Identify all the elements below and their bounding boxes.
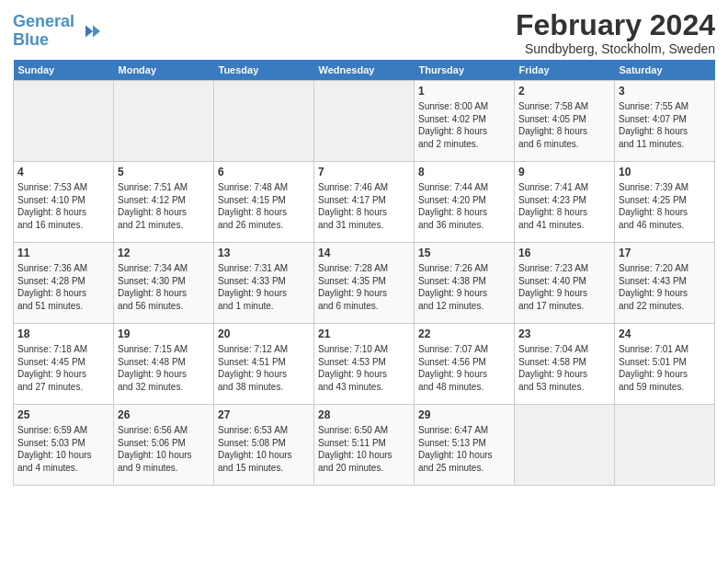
day-number: 5 [118, 165, 210, 179]
day-number: 18 [17, 327, 109, 341]
day-cell: 15Sunrise: 7:26 AM Sunset: 4:38 PM Dayli… [415, 243, 515, 324]
day-cell: 26Sunrise: 6:56 AM Sunset: 5:06 PM Dayli… [114, 405, 214, 486]
day-number: 22 [418, 327, 510, 341]
day-number: 15 [418, 246, 510, 260]
day-content: Sunrise: 7:41 AM Sunset: 4:23 PM Dayligh… [518, 181, 610, 231]
day-number: 9 [518, 165, 610, 179]
day-content: Sunrise: 7:26 AM Sunset: 4:38 PM Dayligh… [418, 262, 510, 312]
day-number: 29 [418, 408, 510, 422]
day-number: 1 [418, 84, 510, 98]
day-content: Sunrise: 6:59 AM Sunset: 5:03 PM Dayligh… [17, 424, 109, 474]
day-number: 11 [17, 246, 109, 260]
day-cell [14, 81, 114, 162]
day-content: Sunrise: 7:46 AM Sunset: 4:17 PM Dayligh… [318, 181, 410, 231]
day-number: 25 [17, 408, 109, 422]
day-number: 16 [518, 246, 610, 260]
day-cell: 27Sunrise: 6:53 AM Sunset: 5:08 PM Dayli… [214, 405, 314, 486]
day-number: 28 [318, 408, 410, 422]
day-content: Sunrise: 7:12 AM Sunset: 4:51 PM Dayligh… [218, 343, 310, 393]
day-content: Sunrise: 7:55 AM Sunset: 4:07 PM Dayligh… [619, 100, 711, 150]
logo-blue: Blue [13, 30, 49, 49]
day-cell: 21Sunrise: 7:10 AM Sunset: 4:53 PM Dayli… [314, 324, 415, 405]
day-number: 23 [518, 327, 610, 341]
calendar-body: 1Sunrise: 8:00 AM Sunset: 4:02 PM Daylig… [14, 81, 715, 486]
day-number: 8 [418, 165, 510, 179]
day-content: Sunrise: 7:20 AM Sunset: 4:43 PM Dayligh… [619, 262, 711, 312]
day-number: 4 [17, 165, 109, 179]
day-content: Sunrise: 6:50 AM Sunset: 5:11 PM Dayligh… [318, 424, 410, 474]
day-cell: 8Sunrise: 7:44 AM Sunset: 4:20 PM Daylig… [415, 162, 515, 243]
day-content: Sunrise: 6:56 AM Sunset: 5:06 PM Dayligh… [118, 424, 210, 474]
week-row-5: 25Sunrise: 6:59 AM Sunset: 5:03 PM Dayli… [14, 405, 715, 486]
day-content: Sunrise: 7:07 AM Sunset: 4:56 PM Dayligh… [418, 343, 510, 393]
day-cell: 2Sunrise: 7:58 AM Sunset: 4:05 PM Daylig… [515, 81, 615, 162]
day-cell [114, 81, 214, 162]
day-content: Sunrise: 7:48 AM Sunset: 4:15 PM Dayligh… [218, 181, 310, 231]
header: General Blue February 2024 Sundbyberg, S… [13, 9, 715, 56]
col-monday: Monday [114, 60, 214, 81]
day-content: Sunrise: 7:31 AM Sunset: 4:33 PM Dayligh… [218, 262, 310, 312]
day-cell: 4Sunrise: 7:53 AM Sunset: 4:10 PM Daylig… [14, 162, 114, 243]
day-number: 21 [318, 327, 410, 341]
day-cell: 16Sunrise: 7:23 AM Sunset: 4:40 PM Dayli… [515, 243, 615, 324]
day-content: Sunrise: 7:44 AM Sunset: 4:20 PM Dayligh… [418, 181, 510, 231]
day-cell: 11Sunrise: 7:36 AM Sunset: 4:28 PM Dayli… [14, 243, 114, 324]
day-cell: 28Sunrise: 6:50 AM Sunset: 5:11 PM Dayli… [314, 405, 415, 486]
day-cell [515, 405, 615, 486]
day-cell [214, 81, 314, 162]
day-content: Sunrise: 7:04 AM Sunset: 4:58 PM Dayligh… [518, 343, 610, 393]
week-row-2: 4Sunrise: 7:53 AM Sunset: 4:10 PM Daylig… [14, 162, 715, 243]
day-content: Sunrise: 7:36 AM Sunset: 4:28 PM Dayligh… [17, 262, 109, 312]
logo-general: General [13, 12, 74, 30]
day-content: Sunrise: 7:51 AM Sunset: 4:12 PM Dayligh… [118, 181, 210, 231]
col-friday: Friday [515, 60, 615, 81]
day-number: 2 [518, 84, 610, 98]
subtitle: Sundbyberg, Stockholm, Sweden [516, 41, 715, 56]
day-cell: 1Sunrise: 8:00 AM Sunset: 4:02 PM Daylig… [415, 81, 515, 162]
day-cell: 3Sunrise: 7:55 AM Sunset: 4:07 PM Daylig… [615, 81, 715, 162]
day-number: 7 [318, 165, 410, 179]
day-number: 14 [318, 246, 410, 260]
week-row-3: 11Sunrise: 7:36 AM Sunset: 4:28 PM Dayli… [14, 243, 715, 324]
day-number: 13 [218, 246, 310, 260]
day-cell: 23Sunrise: 7:04 AM Sunset: 4:58 PM Dayli… [515, 324, 615, 405]
calendar-table: Sunday Monday Tuesday Wednesday Thursday… [13, 60, 715, 486]
day-content: Sunrise: 7:53 AM Sunset: 4:10 PM Dayligh… [17, 181, 109, 231]
day-content: Sunrise: 8:00 AM Sunset: 4:02 PM Dayligh… [418, 100, 510, 150]
day-cell: 5Sunrise: 7:51 AM Sunset: 4:12 PM Daylig… [114, 162, 214, 243]
day-cell [615, 405, 715, 486]
day-cell: 22Sunrise: 7:07 AM Sunset: 4:56 PM Dayli… [415, 324, 515, 405]
col-saturday: Saturday [615, 60, 715, 81]
day-cell: 14Sunrise: 7:28 AM Sunset: 4:35 PM Dayli… [314, 243, 415, 324]
day-number: 17 [619, 246, 711, 260]
col-wednesday: Wednesday [314, 60, 415, 81]
day-content: Sunrise: 7:23 AM Sunset: 4:40 PM Dayligh… [518, 262, 610, 312]
calendar-container: General Blue February 2024 Sundbyberg, S… [0, 0, 728, 491]
week-row-4: 18Sunrise: 7:18 AM Sunset: 4:45 PM Dayli… [14, 324, 715, 405]
day-content: Sunrise: 7:15 AM Sunset: 4:48 PM Dayligh… [118, 343, 210, 393]
logo-text: General Blue [13, 13, 74, 50]
day-number: 12 [118, 246, 210, 260]
day-number: 26 [118, 408, 210, 422]
col-tuesday: Tuesday [214, 60, 314, 81]
day-cell: 18Sunrise: 7:18 AM Sunset: 4:45 PM Dayli… [14, 324, 114, 405]
day-cell: 20Sunrise: 7:12 AM Sunset: 4:51 PM Dayli… [214, 324, 314, 405]
week-row-1: 1Sunrise: 8:00 AM Sunset: 4:02 PM Daylig… [14, 81, 715, 162]
logo-icon [78, 20, 100, 42]
day-content: Sunrise: 6:47 AM Sunset: 5:13 PM Dayligh… [418, 424, 510, 474]
day-cell: 13Sunrise: 7:31 AM Sunset: 4:33 PM Dayli… [214, 243, 314, 324]
day-content: Sunrise: 6:53 AM Sunset: 5:08 PM Dayligh… [218, 424, 310, 474]
day-number: 3 [619, 84, 711, 98]
day-content: Sunrise: 7:10 AM Sunset: 4:53 PM Dayligh… [318, 343, 410, 393]
day-cell: 19Sunrise: 7:15 AM Sunset: 4:48 PM Dayli… [114, 324, 214, 405]
day-content: Sunrise: 7:39 AM Sunset: 4:25 PM Dayligh… [619, 181, 711, 231]
day-number: 24 [619, 327, 711, 341]
day-cell: 9Sunrise: 7:41 AM Sunset: 4:23 PM Daylig… [515, 162, 615, 243]
day-number: 6 [218, 165, 310, 179]
day-cell: 6Sunrise: 7:48 AM Sunset: 4:15 PM Daylig… [214, 162, 314, 243]
logo: General Blue [13, 13, 100, 50]
day-cell: 25Sunrise: 6:59 AM Sunset: 5:03 PM Dayli… [14, 405, 114, 486]
header-row: Sunday Monday Tuesday Wednesday Thursday… [14, 60, 715, 81]
col-sunday: Sunday [14, 60, 114, 81]
day-content: Sunrise: 7:01 AM Sunset: 5:01 PM Dayligh… [619, 343, 711, 393]
